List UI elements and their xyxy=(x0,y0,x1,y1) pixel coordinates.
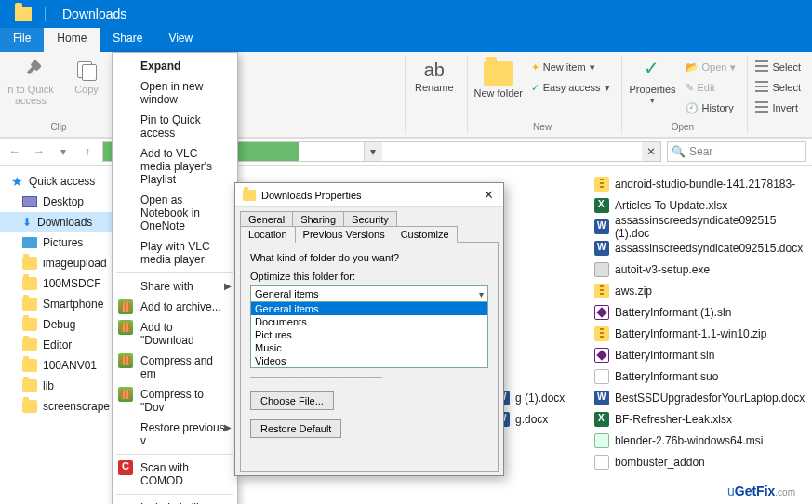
back-button[interactable]: ← xyxy=(6,142,24,161)
file-item[interactable]: assassinscreedsyndicate092515 (1).doc xyxy=(594,218,799,236)
nav-folder-item[interactable]: screenscrape xyxy=(0,396,122,417)
file-item[interactable]: BatteryInformant.sln xyxy=(594,346,799,365)
ctx-compress-email[interactable]: Compress and em xyxy=(113,351,237,384)
edit-button[interactable]: ✎Edit xyxy=(684,78,739,97)
folder-icon xyxy=(22,338,37,351)
open-button[interactable]: 📂Open ▾ xyxy=(684,58,739,76)
ctx-share-with[interactable]: Share with▶ xyxy=(113,276,237,297)
folder-icon xyxy=(22,379,37,392)
history-button[interactable]: 🕘History xyxy=(684,99,739,117)
tab-file[interactable]: File xyxy=(0,28,44,52)
chevron-down-icon: ▾ xyxy=(479,289,484,299)
close-button[interactable]: ✕ xyxy=(480,188,498,202)
ctx-pin-quick-access[interactable]: Pin to Quick access xyxy=(113,110,237,143)
tab-home[interactable]: Home xyxy=(44,28,100,52)
combo-value: General items xyxy=(255,288,318,299)
ctx-vlc-play[interactable]: Play with VLC media player xyxy=(113,236,237,270)
ctx-compress-dov[interactable]: Compress to "Dov xyxy=(113,384,237,418)
file-item[interactable]: bombuster_addon xyxy=(594,453,799,471)
select-all-icon xyxy=(755,60,768,73)
address-dropdown[interactable]: ▾ xyxy=(364,142,382,161)
tab-security[interactable]: Security xyxy=(343,211,397,227)
file-item[interactable]: Articles To Update.xlsx xyxy=(594,196,799,215)
file-item[interactable]: BatteryInformant-1.1-win10.zip xyxy=(594,325,799,343)
invert-selection-button[interactable]: Invert xyxy=(753,99,803,117)
recent-button[interactable]: ▾ xyxy=(54,142,73,161)
forward-button[interactable]: → xyxy=(30,142,48,161)
file-item[interactable]: aws.zip xyxy=(594,282,799,300)
nav-folder-item[interactable]: imageupload xyxy=(0,253,122,273)
ctx-onenote[interactable]: Open as Notebook in OneNote xyxy=(113,190,237,236)
ribbon-tabs: File Home Share View xyxy=(0,28,812,52)
file-item[interactable]: g (1).docx xyxy=(495,389,565,407)
combo-option[interactable]: Music xyxy=(251,341,487,354)
nav-folder-item[interactable]: Editor xyxy=(0,335,122,355)
properties-button[interactable]: Properties ▾ xyxy=(628,58,678,106)
easy-access-button[interactable]: ✓Easy access ▾ xyxy=(529,78,612,97)
nav-folder-item[interactable]: lib xyxy=(0,376,122,396)
file-item[interactable]: blender-2.76b-windows64.msi xyxy=(594,431,799,450)
ctx-scan-comodo[interactable]: Scan with COMOD xyxy=(113,458,237,491)
file-item[interactable]: BatteryInformant (1).sln xyxy=(594,303,799,322)
tab-previous-versions[interactable]: Previous Versions xyxy=(295,226,393,243)
watermark: uGetFix.com xyxy=(727,484,795,498)
tab-sharing[interactable]: Sharing xyxy=(292,211,344,227)
file-item[interactable]: g.docx xyxy=(495,410,565,429)
folder-icon xyxy=(22,359,37,372)
file-item[interactable]: BF-Refresher-Leak.xlsx xyxy=(594,410,799,429)
nav-pictures[interactable]: Pictures xyxy=(0,232,122,253)
pin-quick-access-button[interactable]: n to Quick access xyxy=(6,58,56,106)
dialog-title: Downloads Properties xyxy=(261,190,362,201)
tab-location[interactable]: Location xyxy=(240,226,296,243)
open-icon: 📂 xyxy=(686,61,699,73)
nav-downloads[interactable]: ⬇Downloads xyxy=(0,212,122,232)
ctx-restore-prev[interactable]: Restore previous v▶ xyxy=(113,418,237,451)
nav-desktop[interactable]: Desktop xyxy=(0,192,122,212)
context-menu: Expand Open in new window Pin to Quick a… xyxy=(112,52,238,504)
file-item[interactable]: autoit-v3-setup.exe xyxy=(594,260,799,279)
optimize-combobox[interactable]: General items ▾ xyxy=(250,285,488,302)
combo-option[interactable]: Videos xyxy=(251,354,487,367)
search-box[interactable]: 🔍 Sear xyxy=(667,141,806,162)
tab-general[interactable]: General xyxy=(240,211,293,227)
combo-option[interactable]: General items xyxy=(251,302,487,315)
nav-folder-item[interactable]: 100MSDCF xyxy=(0,273,122,294)
tab-share[interactable]: Share xyxy=(100,28,155,52)
select-all-button[interactable]: Select xyxy=(753,58,803,76)
ctx-include-library[interactable]: Include in library▶ xyxy=(113,497,237,504)
rename-button[interactable]: ab Rename xyxy=(411,58,458,93)
combo-option[interactable]: Pictures xyxy=(251,328,487,341)
new-item-button[interactable]: ✦New item ▾ xyxy=(529,58,612,76)
file-item[interactable]: BatteryInformant.suo xyxy=(594,367,799,386)
select-none-icon xyxy=(755,81,768,94)
copy-button[interactable]: Copy xyxy=(61,58,112,95)
nav-folder-item[interactable]: 100ANV01 xyxy=(0,355,122,376)
restore-default-button[interactable]: Restore Default xyxy=(250,419,341,438)
file-item[interactable]: BestSSDUpgradesforYourLaptop.docx xyxy=(594,389,799,407)
combo-option[interactable]: Documents xyxy=(251,315,487,328)
folder-icon xyxy=(22,298,37,311)
nav-folder-item[interactable]: Smartphone xyxy=(0,294,122,314)
choose-file-button[interactable]: Choose File... xyxy=(250,391,334,410)
ctx-vlc-playlist[interactable]: Add to VLC media player's Playlist xyxy=(113,143,237,190)
folder-icon xyxy=(243,190,256,201)
ctx-expand[interactable]: Expand xyxy=(113,56,237,76)
file-icon xyxy=(594,348,609,363)
downloads-icon: ⬇ xyxy=(22,216,32,229)
select-none-button[interactable]: Select xyxy=(753,78,803,97)
new-folder-button[interactable]: New folder xyxy=(473,58,524,99)
tab-customize[interactable]: Customize xyxy=(393,226,458,243)
nav-folder-item[interactable]: Debug xyxy=(0,314,122,335)
refresh-button[interactable]: ✕ xyxy=(642,142,660,161)
file-item[interactable]: assassinscreedsyndicate092515.docx xyxy=(594,239,799,258)
file-item[interactable]: android-studio-bundle-141.2178183- xyxy=(594,175,799,193)
file-icon xyxy=(594,284,609,298)
ctx-add-download[interactable]: Add to "Download xyxy=(113,317,237,351)
ctx-add-archive[interactable]: Add to archive... xyxy=(113,297,237,317)
navigation-pane: ★Quick access Desktop ⬇Downloads Picture… xyxy=(0,166,123,504)
tab-view[interactable]: View xyxy=(155,28,206,52)
up-button[interactable]: ↑ xyxy=(78,142,97,161)
nav-quick-access[interactable]: ★Quick access xyxy=(0,171,122,192)
ctx-open-new-window[interactable]: Open in new window xyxy=(113,76,237,110)
file-icon xyxy=(594,455,609,470)
